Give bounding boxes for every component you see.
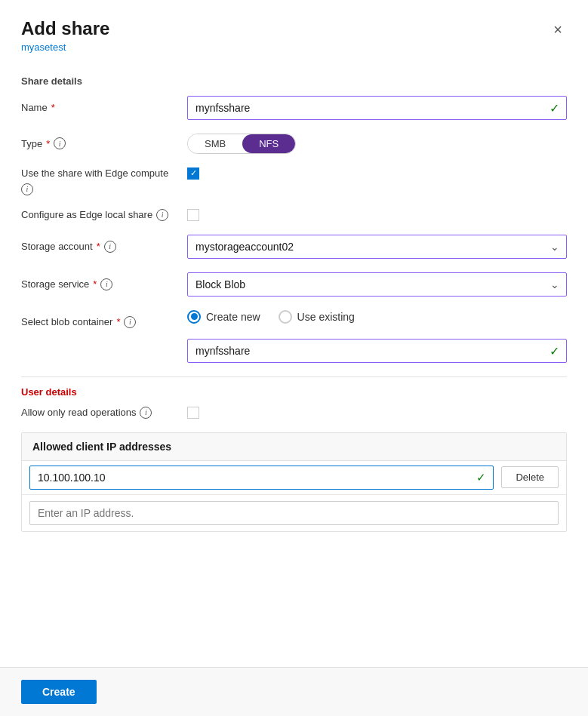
storage-account-row: Storage account * i mystorageaccount02 ⌄ <box>21 235 567 259</box>
name-label: Name * <box>21 102 187 113</box>
storage-service-select-area: Block Blob ⌄ <box>187 272 567 297</box>
storage-account-select-area: mystorageaccount02 ⌄ <box>187 235 567 259</box>
ip-address-row: ✓ Delete <box>22 461 566 495</box>
storage-service-select[interactable]: Block Blob <box>187 272 567 297</box>
storage-account-select[interactable]: mystorageaccount02 <box>187 235 567 259</box>
type-nfs-option[interactable]: NFS <box>242 134 295 153</box>
ip-input-wrapper: ✓ <box>29 466 494 490</box>
blob-container-radio-group: Create new Use existing <box>187 310 567 324</box>
edge-local-row: Configure as Edge local share i <box>21 209 567 221</box>
edge-compute-label-area: Use the share with Edge compute i <box>21 167 187 195</box>
type-field-row: Type * i SMB NFS <box>21 134 567 154</box>
use-existing-radio-option[interactable]: Use existing <box>279 310 355 324</box>
type-smb-option[interactable]: SMB <box>188 134 242 153</box>
storage-account-select-wrapper: mystorageaccount02 ⌄ <box>187 235 567 259</box>
read-only-checkbox[interactable] <box>187 407 199 419</box>
blob-container-row: Select blob container * i Create new Use… <box>21 310 567 363</box>
delete-ip-button[interactable]: Delete <box>501 466 559 488</box>
ip-address-input[interactable] <box>29 466 494 490</box>
edge-compute-row: Use the share with Edge compute i ✓ <box>21 167 567 195</box>
ip-placeholder-input[interactable] <box>29 501 559 525</box>
edge-local-info-icon[interactable]: i <box>156 209 168 221</box>
storage-service-value: Block Blob <box>195 278 245 290</box>
name-check-icon: ✓ <box>550 100 559 115</box>
type-info-icon[interactable]: i <box>54 137 66 149</box>
name-required-star: * <box>51 102 55 113</box>
ip-section-header: Allowed client IP addresses <box>22 433 566 461</box>
create-new-radio-circle[interactable] <box>187 310 201 324</box>
section-divider <box>21 376 567 377</box>
storage-service-info-icon[interactable]: i <box>100 278 112 290</box>
storage-account-required-star: * <box>97 241 100 252</box>
storage-service-row: Storage service * i Block Blob ⌄ <box>21 272 567 297</box>
name-input[interactable] <box>187 96 567 120</box>
dialog-subtitle: myasetest <box>21 41 109 53</box>
blob-container-label: Select blob container * i <box>21 310 187 328</box>
share-details-section-label: Share details <box>21 75 567 87</box>
ip-check-icon: ✓ <box>476 471 486 484</box>
name-input-area: ✓ <box>187 96 567 120</box>
dialog-title-block: Add share myasetest <box>21 18 109 53</box>
create-new-radio-label: Create new <box>206 311 260 323</box>
edge-local-checkbox-area <box>187 209 567 221</box>
storage-account-value: mystorageaccount02 <box>195 241 294 253</box>
ip-addresses-section: Allowed client IP addresses ✓ Delete <box>21 432 567 532</box>
dialog-header: Add share myasetest × <box>0 0 588 59</box>
use-existing-radio-label: Use existing <box>297 311 355 323</box>
ip-placeholder-row <box>22 495 566 531</box>
storage-service-required-star: * <box>93 278 97 290</box>
container-name-input-wrapper: ✓ <box>187 339 567 363</box>
read-only-row: Allow only read operations i <box>21 407 567 419</box>
create-button[interactable]: Create <box>21 680 97 704</box>
create-new-radio-option[interactable]: Create new <box>187 310 260 324</box>
type-label: Type * i <box>21 137 187 149</box>
edge-compute-checkbox-area: ✓ <box>187 167 567 180</box>
type-toggle-group: SMB NFS <box>187 134 296 154</box>
use-existing-radio-circle[interactable] <box>279 310 292 324</box>
dialog-title: Add share <box>21 18 109 40</box>
edge-compute-info-icon[interactable]: i <box>21 183 33 195</box>
edge-compute-checkbox[interactable]: ✓ <box>187 167 199 180</box>
edge-local-checkbox[interactable] <box>187 209 199 221</box>
blob-container-area: Create new Use existing ✓ <box>187 310 567 363</box>
read-only-info-icon[interactable]: i <box>140 407 152 419</box>
container-name-check-icon: ✓ <box>550 343 559 358</box>
add-share-dialog: Add share myasetest × Share details Name… <box>0 0 588 716</box>
dialog-body: Share details Name * ✓ Type * i <box>0 59 588 667</box>
type-toggle-area: SMB NFS <box>187 134 567 154</box>
read-only-label: Allow only read operations i <box>21 407 187 419</box>
name-field-row: Name * ✓ <box>21 96 567 120</box>
user-details-section-label: User details <box>21 386 567 398</box>
storage-service-label: Storage service * i <box>21 278 187 290</box>
edge-compute-label-line: Use the share with Edge compute <box>21 167 187 179</box>
blob-container-info-icon[interactable]: i <box>124 316 136 328</box>
read-only-checkbox-area <box>187 407 567 419</box>
close-button[interactable]: × <box>549 20 567 40</box>
storage-account-info-icon[interactable]: i <box>104 241 116 253</box>
blob-container-required-star: * <box>116 316 120 327</box>
edge-local-label: Configure as Edge local share i <box>21 209 187 221</box>
container-name-input[interactable] <box>187 339 567 363</box>
name-input-wrapper: ✓ <box>187 96 567 120</box>
storage-account-label: Storage account * i <box>21 241 187 253</box>
dialog-footer: Create <box>0 667 588 716</box>
storage-service-select-wrapper: Block Blob ⌄ <box>187 272 567 297</box>
type-required-star: * <box>46 138 50 149</box>
